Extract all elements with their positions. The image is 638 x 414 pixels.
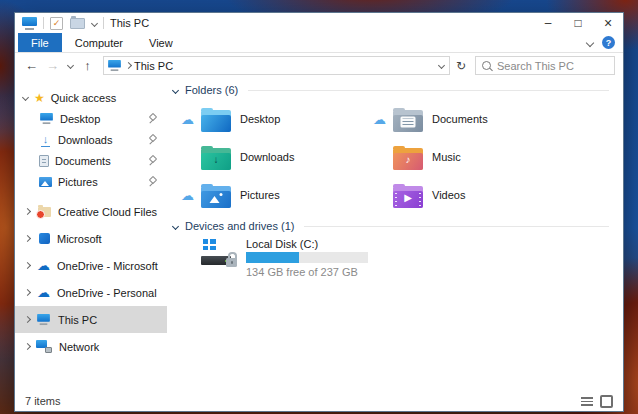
- sidebar-item-label: Desktop: [60, 113, 100, 125]
- folder-label: Music: [432, 151, 461, 163]
- maximize-button[interactable]: □: [563, 13, 593, 33]
- details-view-button[interactable]: [581, 397, 593, 406]
- separator: [43, 17, 44, 29]
- folder-tile-music[interactable]: ♪ Music: [373, 138, 565, 176]
- network-icon: [36, 340, 52, 353]
- chevron-right-icon[interactable]: [24, 343, 31, 350]
- refresh-button[interactable]: ↻: [450, 59, 472, 73]
- tab-computer[interactable]: Computer: [62, 33, 136, 52]
- search-placeholder: Search This PC: [497, 60, 574, 72]
- down-arrow-glyph: ↓: [214, 155, 219, 165]
- onedrive-status-cloud-icon: ☁: [181, 113, 194, 126]
- forward-button[interactable]: →: [42, 58, 63, 73]
- back-button[interactable]: ←: [21, 58, 42, 73]
- folder-tile-downloads[interactable]: ↓ Downloads: [181, 138, 373, 176]
- onedrive-status-cloud-icon: ☁: [181, 189, 194, 202]
- downloads-folder-icon: ↓: [201, 145, 231, 170]
- sidebar-item-label: OneDrive - Personal: [57, 287, 157, 299]
- address-location[interactable]: This PC: [134, 60, 173, 72]
- pictures-icon: [39, 177, 52, 187]
- up-button[interactable]: ↑: [77, 58, 98, 73]
- navigation-toolbar: ← → ↑ This PC ↻ Search This PC: [15, 53, 623, 78]
- chevron-down-icon: [66, 62, 73, 69]
- window-title: This PC: [110, 17, 149, 29]
- customize-toolbar-button[interactable]: [92, 21, 97, 26]
- folder-label: Downloads: [240, 151, 294, 163]
- folder-tile-desktop[interactable]: ☁ Desktop: [181, 100, 373, 138]
- desktop-folder-icon: [201, 107, 231, 132]
- folder-label: Videos: [432, 189, 465, 201]
- sidebar-item-onedrive-personal[interactable]: ☁ OneDrive - Personal: [15, 279, 167, 306]
- chevron-right-icon[interactable]: [24, 316, 31, 323]
- music-note-glyph: ♪: [406, 155, 411, 165]
- address-bar[interactable]: This PC: [103, 56, 450, 75]
- tab-file[interactable]: File: [18, 33, 62, 52]
- group-title: Devices and drives (1): [185, 220, 294, 232]
- play-glyph: ▶: [404, 193, 412, 203]
- properties-icon[interactable]: ✓: [50, 17, 63, 30]
- bitlocker-unlocked-icon: [226, 258, 237, 267]
- help-icon[interactable]: ?: [602, 36, 615, 49]
- sidebar-item-desktop[interactable]: Desktop: [15, 108, 167, 129]
- this-pc-icon: [22, 17, 37, 30]
- sidebar-item-network[interactable]: Network: [15, 333, 167, 360]
- disk-usage-fill: [246, 252, 299, 263]
- sidebar-item-label: Documents: [55, 155, 111, 167]
- chevron-down-icon[interactable]: [22, 94, 29, 101]
- sidebar-item-creative-cloud-files[interactable]: Creative Cloud Files: [15, 198, 167, 225]
- ribbon-collapse-icon[interactable]: [586, 38, 594, 46]
- sidebar-item-onedrive-microsoft[interactable]: ☁ OneDrive - Microsoft: [15, 252, 167, 279]
- sidebar-item-pictures[interactable]: Pictures: [15, 171, 167, 192]
- folder-label: Pictures: [240, 189, 280, 201]
- recent-locations-button[interactable]: [63, 63, 77, 68]
- status-bar: 7 items: [15, 391, 623, 411]
- folder-label: Documents: [432, 113, 488, 125]
- file-explorer-window: ✓ This PC – □ × File Computer View ? ← →…: [14, 12, 624, 412]
- chevron-right-icon[interactable]: [24, 262, 31, 269]
- sidebar-item-documents[interactable]: Documents: [15, 150, 167, 171]
- sidebar-item-this-pc[interactable]: This PC: [15, 306, 167, 333]
- group-rule: [304, 226, 609, 227]
- pictures-folder-icon: [201, 183, 231, 208]
- group-rule: [248, 90, 609, 91]
- chevron-right-icon[interactable]: [24, 289, 31, 296]
- collapse-group-icon[interactable]: [172, 222, 179, 229]
- new-folder-icon[interactable]: [70, 18, 85, 29]
- separator: [103, 17, 104, 29]
- local-disk-icon: [201, 238, 237, 268]
- folder-tile-pictures[interactable]: ☁ Pictures: [181, 176, 373, 214]
- sidebar-item-downloads[interactable]: ↓ Downloads: [15, 129, 167, 150]
- microsoft-icon: [39, 233, 50, 244]
- chevron-right-icon[interactable]: [24, 235, 31, 242]
- chevron-right-icon[interactable]: [24, 208, 31, 215]
- sidebar-item-microsoft[interactable]: Microsoft: [15, 225, 167, 252]
- navigation-pane: ★ Quick access Desktop ↓ Downloads Docum…: [15, 78, 167, 391]
- search-box[interactable]: Search This PC: [475, 56, 615, 75]
- videos-folder-icon: ▶: [393, 183, 423, 208]
- folder-tile-documents[interactable]: ☁ Documents: [373, 100, 565, 138]
- folders-group-header[interactable]: Folders (6): [173, 82, 623, 98]
- collapse-group-icon[interactable]: [172, 86, 179, 93]
- minimize-button[interactable]: –: [533, 13, 563, 33]
- folder-tile-videos[interactable]: ▶ Videos: [373, 176, 565, 214]
- large-icons-view-button[interactable]: [600, 395, 613, 408]
- disk-usage-bar: [246, 252, 368, 263]
- breadcrumb-chevron-icon[interactable]: [125, 62, 132, 69]
- file-list-panel: Folders (6) ☁ Desktop ☁ Documents: [167, 78, 623, 391]
- sidebar-item-label: OneDrive - Microsoft: [57, 260, 158, 272]
- address-dropdown-icon[interactable]: [438, 62, 445, 69]
- sidebar-item-label: Microsoft: [57, 233, 102, 245]
- close-button[interactable]: ×: [593, 13, 623, 33]
- caption-buttons: – □ ×: [533, 13, 623, 33]
- tab-view[interactable]: View: [136, 33, 186, 52]
- folder-label: Desktop: [240, 113, 280, 125]
- item-count: 7 items: [25, 395, 60, 407]
- sidebar-item-label: Downloads: [58, 134, 112, 146]
- drive-tile-local-disk-c[interactable]: Local Disk (C:) 134 GB free of 237 GB: [201, 238, 623, 278]
- devices-group-header[interactable]: Devices and drives (1): [173, 218, 623, 234]
- pin-icon: [147, 135, 157, 145]
- desktop-icon: [40, 113, 53, 124]
- sidebar-item-quick-access[interactable]: ★ Quick access: [15, 87, 167, 108]
- drive-label: Local Disk (C:): [246, 238, 368, 250]
- this-pc-icon: [37, 314, 50, 325]
